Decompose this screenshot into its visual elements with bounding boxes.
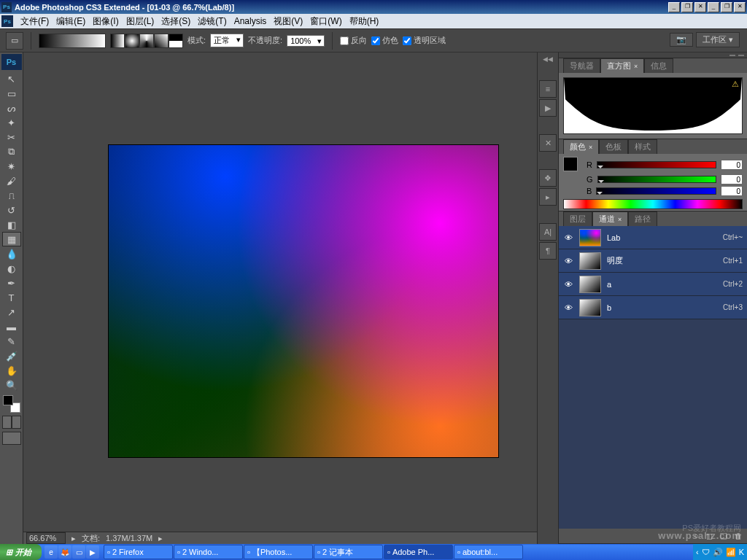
tab-info[interactable]: 信息: [644, 58, 673, 73]
menu-help[interactable]: 帮助(H): [347, 14, 382, 29]
screen-mode[interactable]: [2, 432, 21, 445]
system-tray[interactable]: ‹ 🛡 🔊 📶 K: [693, 544, 747, 560]
gradient-angle[interactable]: [139, 34, 154, 48]
eyedropper-tool[interactable]: 💉: [2, 349, 21, 363]
workspace-switcher[interactable]: 📷 工作区 ▾: [670, 32, 740, 47]
tray-expand-icon[interactable]: ‹: [696, 548, 699, 556]
opacity-value[interactable]: 100%: [287, 35, 325, 47]
channel-row[interactable]: 👁bCtrl+3: [559, 296, 747, 319]
menu-view[interactable]: 视图(V): [271, 14, 306, 29]
lasso-tool[interactable]: ᔕ: [2, 101, 21, 115]
ql-ie-icon[interactable]: e: [44, 545, 58, 559]
visibility-icon[interactable]: 👁: [563, 279, 573, 289]
tray-shield-icon[interactable]: 🛡: [702, 548, 710, 556]
ql-desktop-icon[interactable]: ▭: [72, 545, 85, 559]
r-slider[interactable]: [597, 161, 716, 168]
menu-file[interactable]: 文件(F): [18, 14, 52, 29]
slice-tool[interactable]: ⧉: [2, 144, 21, 159]
ql-firefox-icon[interactable]: 🦊: [58, 545, 71, 559]
taskbar-task[interactable]: ▫Adobe Ph...: [384, 545, 453, 559]
b-value[interactable]: [721, 186, 743, 196]
document-canvas[interactable]: [108, 144, 499, 458]
dock-paragraph-icon[interactable]: ¶: [539, 242, 557, 260]
menu-select[interactable]: 选择(S): [158, 14, 193, 29]
shape-tool[interactable]: ▬: [2, 319, 21, 334]
notes-tool[interactable]: ✎: [2, 334, 21, 349]
type-tool[interactable]: T: [2, 290, 21, 305]
channel-row[interactable]: 👁明度Ctrl+1: [559, 249, 747, 273]
tray-network-icon[interactable]: 📶: [726, 548, 736, 557]
menu-edit[interactable]: 编辑(E): [53, 14, 88, 29]
transparency-check[interactable]: 透明区域: [403, 35, 446, 46]
color-spectrum[interactable]: [563, 199, 743, 209]
tab-color[interactable]: 颜色×: [563, 139, 599, 154]
menu-analysis[interactable]: Analysis: [231, 15, 270, 28]
menu-image[interactable]: 图像(I): [90, 14, 121, 29]
doc-restore-button[interactable]: ❐: [721, 2, 732, 12]
visibility-icon[interactable]: 👁: [563, 303, 573, 313]
zoom-tool[interactable]: 🔍: [2, 378, 21, 392]
dock-clone-icon[interactable]: ▶: [539, 99, 557, 117]
gradient-tool[interactable]: ▦: [2, 232, 21, 246]
b-slider[interactable]: [596, 187, 716, 195]
tab-channels[interactable]: 通道×: [592, 211, 628, 226]
tab-swatches[interactable]: 色板: [599, 139, 628, 154]
dock-tool-presets-icon[interactable]: ✕: [539, 134, 557, 152]
close-button[interactable]: ✕: [694, 2, 706, 12]
foreground-color[interactable]: [3, 395, 13, 405]
doc-close-button[interactable]: ✕: [734, 2, 746, 12]
taskbar-task[interactable]: ▫2 记事本: [314, 545, 383, 559]
dock-actions-icon[interactable]: ▸: [539, 188, 557, 206]
dither-check[interactable]: 仿色: [371, 35, 398, 46]
dock-character-icon[interactable]: A|: [539, 223, 557, 241]
taskbar-task[interactable]: ▫【Photos...: [244, 545, 313, 559]
tray-volume-icon[interactable]: 🔊: [713, 548, 723, 557]
visibility-icon[interactable]: 👁: [563, 233, 573, 243]
marquee-tool[interactable]: ▭: [2, 86, 21, 101]
move-tool[interactable]: ↖: [2, 71, 21, 86]
reverse-check[interactable]: 反向: [340, 35, 367, 46]
hand-tool[interactable]: ✋: [2, 363, 21, 378]
tool-preset[interactable]: ▭: [6, 32, 23, 50]
pen-tool[interactable]: ✒: [2, 276, 21, 290]
color-swatches[interactable]: [3, 395, 20, 413]
history-brush-tool[interactable]: ↺: [2, 203, 21, 217]
zoom-field[interactable]: 66.67%: [26, 532, 66, 544]
ql-media-icon[interactable]: ▶: [86, 545, 99, 559]
gradient-reflected[interactable]: [154, 34, 169, 48]
mode-select[interactable]: 正常: [210, 34, 244, 47]
start-button[interactable]: ⊞ 开始: [0, 544, 42, 560]
tab-histogram[interactable]: 直方图×: [600, 58, 644, 73]
eraser-tool[interactable]: ◧: [2, 217, 21, 232]
stamp-tool[interactable]: ⎍: [2, 188, 21, 203]
tab-paths[interactable]: 路径: [628, 211, 657, 226]
gradient-picker[interactable]: [39, 34, 106, 48]
taskbar-task[interactable]: ▫2 Firefox: [104, 545, 173, 559]
minimize-button[interactable]: _: [668, 2, 680, 12]
taskbar-task[interactable]: ▫2 Windo...: [174, 545, 243, 559]
healing-tool[interactable]: ✷: [2, 159, 21, 174]
wand-tool[interactable]: ✦: [2, 115, 21, 130]
channel-row[interactable]: 👁LabCtrl+~: [559, 226, 747, 249]
gradient-diamond[interactable]: [169, 34, 183, 48]
crop-tool[interactable]: ✂: [2, 130, 21, 144]
menu-layer[interactable]: 图层(L): [123, 14, 158, 29]
tab-layers[interactable]: 图层: [563, 211, 592, 226]
warning-icon[interactable]: ⚠: [732, 79, 739, 89]
menu-filter[interactable]: 滤镜(T): [195, 14, 229, 29]
quick-mask[interactable]: [2, 416, 21, 429]
dodge-tool[interactable]: ◐: [2, 261, 21, 276]
g-slider[interactable]: [597, 176, 716, 183]
color-fg-swatch[interactable]: [563, 157, 578, 171]
path-tool[interactable]: ↗: [2, 305, 21, 319]
tab-styles[interactable]: 样式: [628, 139, 657, 154]
gradient-linear[interactable]: [110, 34, 125, 48]
channel-row[interactable]: 👁aCtrl+2: [559, 273, 747, 296]
taskbar-task[interactable]: ▫about:bl...: [454, 545, 523, 559]
gradient-radial[interactable]: [125, 34, 139, 48]
tab-navigator[interactable]: 导航器: [563, 58, 600, 73]
r-value[interactable]: [721, 160, 743, 170]
doc-minimize-button[interactable]: _: [708, 2, 719, 12]
restore-button[interactable]: ❐: [681, 2, 693, 12]
dock-brushes-icon[interactable]: ≡: [539, 80, 557, 98]
